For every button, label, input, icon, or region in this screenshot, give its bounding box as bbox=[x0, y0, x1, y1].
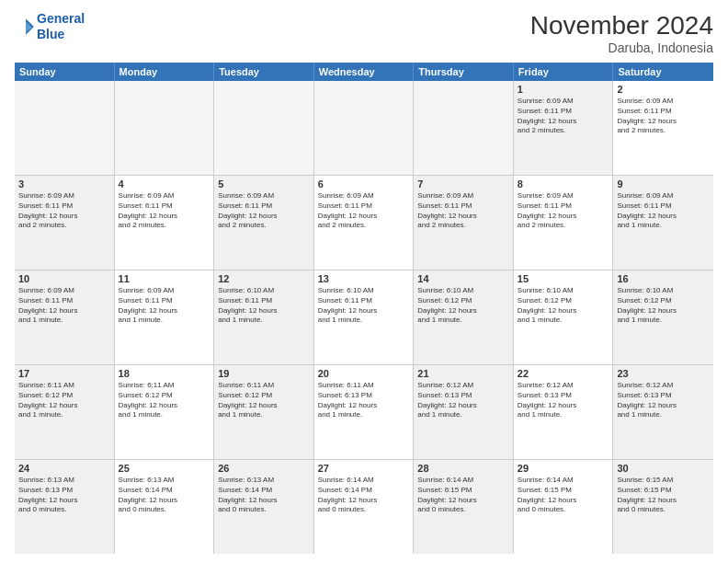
cell-detail: Sunrise: 6:12 AM Sunset: 6:13 PM Dayligh… bbox=[417, 381, 509, 420]
day-number: 19 bbox=[218, 368, 310, 379]
cal-cell-2-4: 14Sunrise: 6:10 AM Sunset: 6:12 PM Dayli… bbox=[414, 270, 514, 364]
cal-cell-1-3: 6Sunrise: 6:09 AM Sunset: 6:11 PM Daylig… bbox=[314, 176, 415, 270]
cal-cell-0-0 bbox=[15, 81, 115, 175]
day-number: 6 bbox=[318, 178, 410, 190]
logo-text: General Blue bbox=[37, 11, 85, 42]
page: General Blue November 2024 Daruba, Indon… bbox=[0, 0, 728, 563]
cal-cell-4-4: 28Sunrise: 6:14 AM Sunset: 6:15 PM Dayli… bbox=[414, 460, 514, 554]
cal-cell-2-3: 13Sunrise: 6:10 AM Sunset: 6:11 PM Dayli… bbox=[314, 270, 415, 364]
cal-cell-0-5: 1Sunrise: 6:09 AM Sunset: 6:11 PM Daylig… bbox=[514, 81, 614, 175]
cal-week-3: 17Sunrise: 6:11 AM Sunset: 6:12 PM Dayli… bbox=[15, 365, 713, 460]
cell-detail: Sunrise: 6:09 AM Sunset: 6:11 PM Dayligh… bbox=[119, 286, 210, 326]
cal-cell-0-3 bbox=[314, 81, 415, 175]
day-number: 14 bbox=[417, 273, 509, 284]
main-title: November 2024 bbox=[530, 11, 713, 40]
cell-detail: Sunrise: 6:09 AM Sunset: 6:11 PM Dayligh… bbox=[518, 191, 609, 231]
cal-cell-3-6: 23Sunrise: 6:12 AM Sunset: 6:13 PM Dayli… bbox=[613, 365, 713, 459]
cal-week-0: 1Sunrise: 6:09 AM Sunset: 6:11 PM Daylig… bbox=[15, 81, 713, 176]
cell-detail: Sunrise: 6:14 AM Sunset: 6:15 PM Dayligh… bbox=[417, 476, 509, 515]
cal-cell-1-6: 9Sunrise: 6:09 AM Sunset: 6:11 PM Daylig… bbox=[613, 176, 713, 270]
cal-cell-2-0: 10Sunrise: 6:09 AM Sunset: 6:11 PM Dayli… bbox=[15, 270, 115, 364]
cal-cell-0-6: 2Sunrise: 6:09 AM Sunset: 6:11 PM Daylig… bbox=[613, 81, 713, 175]
cell-detail: Sunrise: 6:09 AM Sunset: 6:11 PM Dayligh… bbox=[119, 191, 210, 231]
day-number: 30 bbox=[617, 463, 710, 474]
day-number: 12 bbox=[218, 273, 310, 284]
calendar-header: SundayMondayTuesdayWednesdayThursdayFrid… bbox=[15, 63, 713, 81]
cal-header-wednesday: Wednesday bbox=[314, 63, 415, 81]
header: General Blue November 2024 Daruba, Indon… bbox=[15, 11, 713, 55]
day-number: 4 bbox=[119, 178, 210, 190]
day-number: 26 bbox=[218, 463, 310, 474]
day-number: 28 bbox=[417, 463, 509, 474]
cal-cell-1-4: 7Sunrise: 6:09 AM Sunset: 6:11 PM Daylig… bbox=[414, 176, 514, 270]
cal-cell-0-1 bbox=[115, 81, 215, 175]
day-number: 7 bbox=[417, 178, 509, 190]
cell-detail: Sunrise: 6:14 AM Sunset: 6:15 PM Dayligh… bbox=[518, 476, 609, 515]
day-number: 13 bbox=[318, 273, 410, 284]
cell-detail: Sunrise: 6:14 AM Sunset: 6:14 PM Dayligh… bbox=[318, 476, 410, 515]
cal-cell-1-0: 3Sunrise: 6:09 AM Sunset: 6:11 PM Daylig… bbox=[15, 176, 115, 270]
cal-cell-0-2 bbox=[214, 81, 314, 175]
cal-cell-3-5: 22Sunrise: 6:12 AM Sunset: 6:13 PM Dayli… bbox=[514, 365, 614, 459]
cal-cell-3-1: 18Sunrise: 6:11 AM Sunset: 6:12 PM Dayli… bbox=[115, 365, 215, 459]
cal-header-sunday: Sunday bbox=[15, 63, 115, 81]
cal-header-monday: Monday bbox=[115, 63, 215, 81]
cell-detail: Sunrise: 6:10 AM Sunset: 6:12 PM Dayligh… bbox=[417, 286, 509, 326]
cell-detail: Sunrise: 6:09 AM Sunset: 6:11 PM Dayligh… bbox=[18, 191, 110, 231]
cell-detail: Sunrise: 6:11 AM Sunset: 6:12 PM Dayligh… bbox=[218, 381, 310, 420]
cal-week-1: 3Sunrise: 6:09 AM Sunset: 6:11 PM Daylig… bbox=[15, 176, 713, 270]
cell-detail: Sunrise: 6:13 AM Sunset: 6:14 PM Dayligh… bbox=[119, 476, 210, 515]
cell-detail: Sunrise: 6:10 AM Sunset: 6:12 PM Dayligh… bbox=[617, 286, 710, 326]
cal-cell-0-4 bbox=[414, 81, 514, 175]
cell-detail: Sunrise: 6:09 AM Sunset: 6:11 PM Dayligh… bbox=[18, 286, 110, 326]
day-number: 9 bbox=[617, 178, 710, 190]
cell-detail: Sunrise: 6:09 AM Sunset: 6:11 PM Dayligh… bbox=[318, 191, 410, 231]
cal-cell-4-6: 30Sunrise: 6:15 AM Sunset: 6:15 PM Dayli… bbox=[613, 460, 713, 554]
logo: General Blue bbox=[15, 11, 85, 42]
cell-detail: Sunrise: 6:10 AM Sunset: 6:12 PM Dayligh… bbox=[518, 286, 609, 326]
day-number: 3 bbox=[18, 178, 110, 190]
day-number: 11 bbox=[119, 273, 210, 284]
day-number: 27 bbox=[318, 463, 410, 474]
day-number: 22 bbox=[518, 368, 609, 379]
cal-cell-4-1: 25Sunrise: 6:13 AM Sunset: 6:14 PM Dayli… bbox=[115, 460, 215, 554]
cal-cell-4-3: 27Sunrise: 6:14 AM Sunset: 6:14 PM Dayli… bbox=[314, 460, 415, 554]
cell-detail: Sunrise: 6:09 AM Sunset: 6:11 PM Dayligh… bbox=[218, 191, 310, 231]
subtitle: Daruba, Indonesia bbox=[530, 40, 713, 55]
cal-cell-3-0: 17Sunrise: 6:11 AM Sunset: 6:12 PM Dayli… bbox=[15, 365, 115, 459]
calendar-body: 1Sunrise: 6:09 AM Sunset: 6:11 PM Daylig… bbox=[15, 81, 713, 554]
cal-week-2: 10Sunrise: 6:09 AM Sunset: 6:11 PM Dayli… bbox=[15, 270, 713, 365]
day-number: 5 bbox=[218, 178, 310, 190]
day-number: 23 bbox=[617, 368, 710, 379]
cell-detail: Sunrise: 6:11 AM Sunset: 6:13 PM Dayligh… bbox=[318, 381, 410, 420]
cal-cell-3-3: 20Sunrise: 6:11 AM Sunset: 6:13 PM Dayli… bbox=[314, 365, 415, 459]
day-number: 16 bbox=[617, 273, 710, 284]
day-number: 10 bbox=[18, 273, 110, 284]
cell-detail: Sunrise: 6:11 AM Sunset: 6:12 PM Dayligh… bbox=[119, 381, 210, 420]
day-number: 2 bbox=[617, 84, 710, 95]
cal-cell-2-2: 12Sunrise: 6:10 AM Sunset: 6:11 PM Dayli… bbox=[214, 270, 314, 364]
cell-detail: Sunrise: 6:13 AM Sunset: 6:14 PM Dayligh… bbox=[218, 476, 310, 515]
cal-header-saturday: Saturday bbox=[613, 63, 713, 81]
day-number: 8 bbox=[518, 178, 609, 190]
day-number: 17 bbox=[18, 368, 110, 379]
cal-cell-4-5: 29Sunrise: 6:14 AM Sunset: 6:15 PM Dayli… bbox=[514, 460, 614, 554]
cal-cell-3-4: 21Sunrise: 6:12 AM Sunset: 6:13 PM Dayli… bbox=[414, 365, 514, 459]
cal-cell-1-5: 8Sunrise: 6:09 AM Sunset: 6:11 PM Daylig… bbox=[514, 176, 614, 270]
day-number: 24 bbox=[18, 463, 110, 474]
title-block: November 2024 Daruba, Indonesia bbox=[530, 11, 713, 55]
logo-icon bbox=[15, 17, 35, 37]
cal-header-tuesday: Tuesday bbox=[214, 63, 314, 81]
cal-header-thursday: Thursday bbox=[414, 63, 514, 81]
cell-detail: Sunrise: 6:12 AM Sunset: 6:13 PM Dayligh… bbox=[617, 381, 710, 420]
cell-detail: Sunrise: 6:09 AM Sunset: 6:11 PM Dayligh… bbox=[518, 97, 609, 136]
calendar: SundayMondayTuesdayWednesdayThursdayFrid… bbox=[15, 63, 713, 554]
cell-detail: Sunrise: 6:15 AM Sunset: 6:15 PM Dayligh… bbox=[617, 476, 710, 515]
day-number: 25 bbox=[119, 463, 210, 474]
cell-detail: Sunrise: 6:09 AM Sunset: 6:11 PM Dayligh… bbox=[417, 191, 509, 231]
cell-detail: Sunrise: 6:11 AM Sunset: 6:12 PM Dayligh… bbox=[18, 381, 110, 420]
day-number: 18 bbox=[119, 368, 210, 379]
cal-cell-1-1: 4Sunrise: 6:09 AM Sunset: 6:11 PM Daylig… bbox=[115, 176, 215, 270]
day-number: 15 bbox=[518, 273, 609, 284]
day-number: 29 bbox=[518, 463, 609, 474]
